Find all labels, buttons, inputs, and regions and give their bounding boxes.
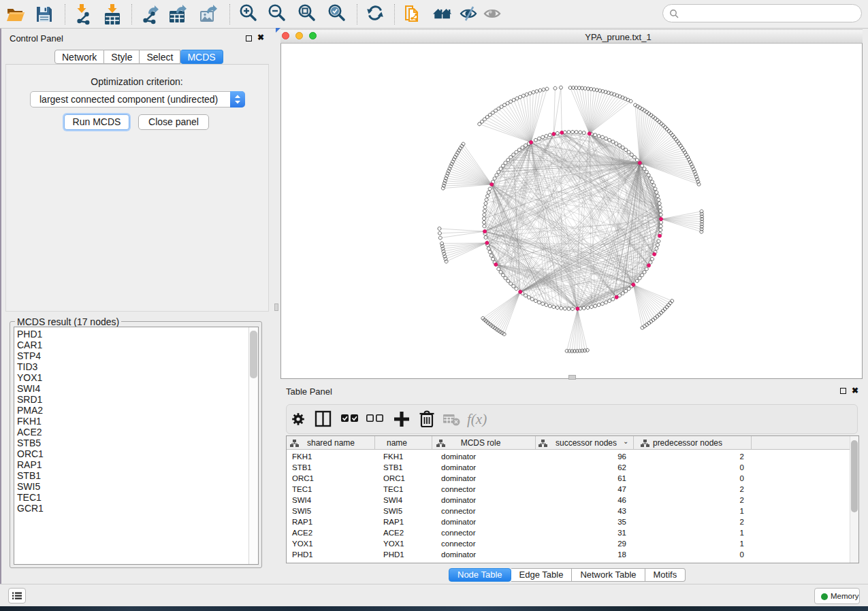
svg-text:f(x): f(x) (467, 411, 487, 427)
